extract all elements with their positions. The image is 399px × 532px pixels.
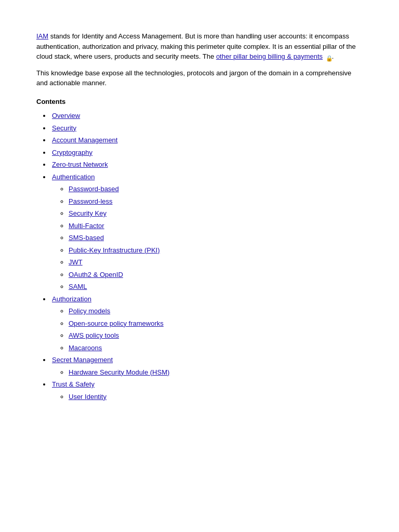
list-item-user-identity: User Identity — [69, 392, 363, 402]
list-item-trust-safety: Trust & Safety User Identity — [51, 379, 363, 402]
knowledge-base-text: This knowledge base expose all the techn… — [36, 68, 363, 88]
list-item-saml: SAML — [69, 282, 363, 292]
open-source-policy-frameworks-link[interactable]: Open-source policy frameworks — [69, 320, 164, 327]
contents-list: Overview Security Account Management Cry… — [51, 111, 363, 402]
contents-label: Contents — [36, 97, 363, 107]
cryptography-link[interactable]: Cryptography — [52, 149, 92, 156]
list-item-jwt: JWT — [69, 257, 363, 268]
list-item-pki: Public-Key Infrastructure (PKI) — [69, 245, 363, 256]
pki-link[interactable]: Public-Key Infrastructure (PKI) — [69, 246, 160, 254]
authentication-sublist: Password-based Password-less Security Ke… — [69, 184, 363, 292]
policy-models-link[interactable]: Policy models — [69, 307, 110, 315]
period: . — [332, 52, 334, 60]
list-item-policy-models: Policy models — [69, 306, 363, 316]
aws-policy-tools-link[interactable]: AWS policy tools — [69, 331, 119, 339]
list-item-macaroons: Macaroons — [69, 343, 363, 353]
saml-link[interactable]: SAML — [69, 283, 87, 290]
person-icon: 🔒 — [326, 54, 332, 60]
zero-trust-network-link[interactable]: Zero-trust Network — [52, 161, 108, 168]
authorization-sublist: Policy models Open-source policy framewo… — [69, 306, 363, 353]
user-identity-link[interactable]: User Identity — [69, 393, 107, 401]
security-key-link[interactable]: Security Key — [69, 209, 107, 217]
list-item-authorization: Authorization Policy models Open-source … — [51, 294, 363, 353]
secret-management-link[interactable]: Secret Management — [52, 356, 113, 364]
secret-management-sublist: Hardware Security Module (HSM) — [69, 367, 363, 378]
list-item-multi-factor: Multi-Factor — [69, 221, 363, 231]
list-item-security: Security — [51, 123, 363, 134]
intro-paragraph-1: IAM stands for Identity and Access Manag… — [36, 31, 363, 62]
sms-based-link[interactable]: SMS-based — [69, 234, 104, 242]
authentication-link[interactable]: Authentication — [52, 173, 95, 181]
macaroons-link[interactable]: Macaroons — [69, 344, 102, 352]
security-link[interactable]: Security — [52, 124, 76, 132]
list-item-overview: Overview — [51, 111, 363, 121]
jwt-link[interactable]: JWT — [69, 258, 83, 266]
authorization-link[interactable]: Authorization — [52, 295, 91, 303]
list-item-secret-management: Secret Management Hardware Security Modu… — [51, 355, 363, 377]
multi-factor-link[interactable]: Multi-Factor — [69, 222, 104, 230]
list-item-security-key: Security Key — [69, 208, 363, 219]
list-item-sms-based: SMS-based — [69, 233, 363, 243]
list-item-cryptography: Cryptography — [51, 148, 363, 158]
iam-link[interactable]: IAM — [36, 32, 48, 40]
list-item-open-source-policy-frameworks: Open-source policy frameworks — [69, 318, 363, 329]
list-item-hsm: Hardware Security Module (HSM) — [69, 367, 363, 378]
list-item-oauth2-openid: OAuth2 & OpenID — [69, 270, 363, 280]
other-pillar-link[interactable]: other pillar being billing & payments — [216, 52, 323, 60]
password-based-link[interactable]: Password-based — [69, 185, 119, 193]
list-item-account-management: Account Management — [51, 135, 363, 145]
password-less-link[interactable]: Password-less — [69, 197, 113, 205]
hsm-link[interactable]: Hardware Security Module (HSM) — [69, 368, 169, 376]
list-item-authentication: Authentication Password-based Password-l… — [51, 172, 363, 292]
account-management-link[interactable]: Account Management — [52, 136, 117, 144]
trust-safety-sublist: User Identity — [69, 392, 363, 402]
list-item-aws-policy-tools: AWS policy tools — [69, 330, 363, 341]
list-item-password-less: Password-less — [69, 196, 363, 207]
list-item-zero-trust-network: Zero-trust Network — [51, 159, 363, 170]
trust-safety-link[interactable]: Trust & Safety — [52, 380, 95, 388]
list-item-password-based: Password-based — [69, 184, 363, 194]
overview-link[interactable]: Overview — [52, 112, 80, 119]
oauth2-openid-link[interactable]: OAuth2 & OpenID — [69, 271, 123, 278]
